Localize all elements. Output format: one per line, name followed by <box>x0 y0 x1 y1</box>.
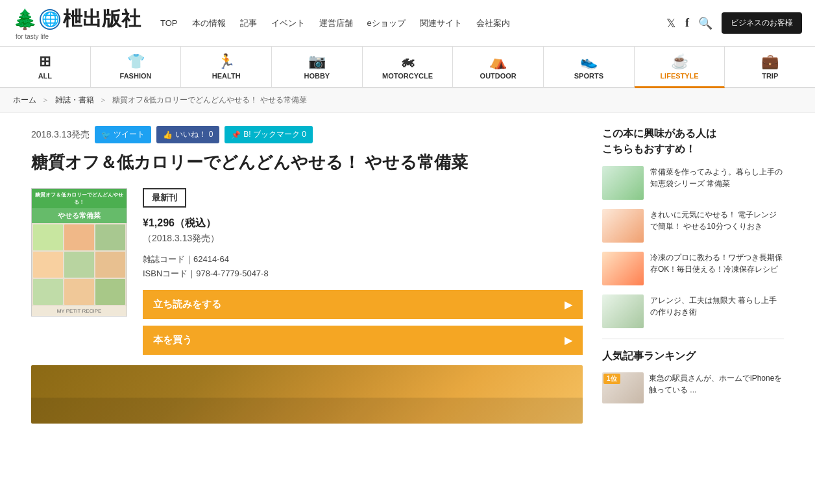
bookmark-label: B! ブックマーク 0 <box>243 129 306 140</box>
rec-item-1[interactable]: 常備菜を作ってみよう。暮らし上手の知恵袋シリーズ 常備菜 <box>602 166 784 200</box>
rec-item-3[interactable]: 冷凍のプロに教わる！ワザつき長期保存OK！毎日使える！冷凍保存レシピ <box>602 252 784 285</box>
outdoor-icon: ⛺ <box>489 53 507 70</box>
ranking-item-1[interactable]: 1位 東急の駅員さんが、ホームでiPhoneを触っている ... <box>602 372 784 403</box>
nav-stores[interactable]: 運営店舗 <box>319 18 353 29</box>
nav-related[interactable]: 関連サイト <box>420 18 462 29</box>
site-header: 🌲 🌐 枻出版社 for tasty life TOP 本の情報 記事 イベント… <box>0 0 815 47</box>
isbn-code: ISBNコード｜978-4-7779-5047-8 <box>143 268 583 280</box>
facebook-icon[interactable]: f <box>685 16 689 30</box>
rec-text-4: アレンジ、工夫は無限大 暮らし上手の作りおき術 <box>650 294 784 318</box>
read-sample-button[interactable]: 立ち読みをする ▶ <box>143 290 583 319</box>
cat-hobby[interactable]: 📷 HOBBY <box>272 47 363 87</box>
trip-icon: 💼 <box>761 53 779 70</box>
magazine-code: 雑誌コード｜62414-64 <box>143 254 583 265</box>
cat-health[interactable]: 🏃 HEALTH <box>181 47 272 87</box>
breadcrumb-magazines[interactable]: 雑誌・書籍 <box>55 95 94 104</box>
nav-events[interactable]: イベント <box>271 18 305 29</box>
rec-text-3: 冷凍のプロに教わる！ワザつき長期保存OK！毎日使える！冷凍保存レシピ <box>650 252 784 275</box>
content-area: 2018.3.13発売 🐦 ツイート 👍 いいね！ 0 📌 B! ブックマーク … <box>31 126 583 424</box>
release-date: 2018.3.13発売 <box>31 129 90 141</box>
buy-btn-arrow: ▶ <box>565 335 572 346</box>
cat-fashion[interactable]: 👕 FASHION <box>91 47 182 87</box>
rec-text-1: 常備菜を作ってみよう。暮らし上手の知恵袋シリーズ 常備菜 <box>650 166 784 189</box>
article-title: 糖質オフ＆低カロリーでどんどんやせる！ やせる常備菜 <box>31 150 583 175</box>
article-meta: 2018.3.13発売 🐦 ツイート 👍 いいね！ 0 📌 B! ブックマーク … <box>31 126 583 143</box>
read-btn-label: 立ち読みをする <box>153 298 221 311</box>
header-right: 𝕏 f 🔍 ビジネスのお客様 <box>666 12 802 34</box>
rec-thumb-3 <box>602 252 644 285</box>
all-icon: ⊞ <box>39 53 51 70</box>
cat-trip[interactable]: 💼 TRIP <box>725 47 815 87</box>
nav-company[interactable]: 会社案内 <box>476 18 510 29</box>
like-button[interactable]: 👍 いいね！ 0 <box>156 126 219 143</box>
like-icon: 👍 <box>163 130 173 139</box>
breadcrumb-sep-2: ＞ <box>99 95 107 104</box>
globe-icon: 🌐 <box>40 9 60 30</box>
breadcrumb: ホーム ＞ 雑誌・書籍 ＞ 糖質オフ&低カロリーでどんどんやせる！ やせる常備菜 <box>0 88 815 113</box>
book-info: 最新刊 ¥1,296（税込） （2018.3.13発売） 雑誌コード｜62414… <box>143 188 583 355</box>
ranking-section: 人気記事ランキング 1位 東急の駅員さんが、ホームでiPhoneを触っている .… <box>602 350 784 403</box>
cat-motorcycle[interactable]: 🏍 MOTORCYCLE <box>363 47 454 87</box>
bookmark-icon: 📌 <box>231 130 241 139</box>
cat-all[interactable]: ⊞ ALL <box>0 47 91 87</box>
book-detail: 糖質オフ＆低カロリーでどんどんやせる！ やせる常備菜 MY PETIT RECI… <box>31 188 583 355</box>
buy-book-button[interactable]: 本を買う ▶ <box>143 326 583 355</box>
business-button[interactable]: ビジネスのお客様 <box>722 12 802 34</box>
new-label: 最新刊 <box>143 188 186 208</box>
nav-top[interactable]: TOP <box>160 18 178 28</box>
rec-item-2[interactable]: きれいに元気にやせる！ 電子レンジで簡単！ やせる10分つくりおき <box>602 209 784 243</box>
breadcrumb-home[interactable]: ホーム <box>13 95 36 104</box>
category-nav: ⊞ ALL 👕 FASHION 🏃 HEALTH 📷 HOBBY 🏍 MOTOR… <box>0 47 815 88</box>
sports-icon: 👟 <box>580 53 598 70</box>
ranking-text-1: 東急の駅員さんが、ホームでiPhoneを触っている ... <box>649 372 784 396</box>
twitter-icon[interactable]: 𝕏 <box>666 16 676 30</box>
fashion-icon: 👕 <box>127 53 145 70</box>
ranking-title: 人気記事ランキング <box>602 350 784 363</box>
hobby-icon: 📷 <box>308 53 326 70</box>
main-nav: TOP 本の情報 記事 イベント 運営店舗 eショップ 関連サイト 会社案内 <box>160 18 666 29</box>
breadcrumb-current: 糖質オフ&低カロリーでどんどんやせる！ やせる常備菜 <box>112 95 306 104</box>
logo-tagline: for tasty life <box>16 33 49 40</box>
book-price: ¥1,296（税込） <box>143 217 583 230</box>
book-release: （2018.3.13発売） <box>143 233 583 245</box>
lifestyle-icon: ☕ <box>671 53 688 70</box>
cat-lifestyle[interactable]: ☕ LIFESTYLE <box>635 47 725 88</box>
cat-sports[interactable]: 👟 SPORTS <box>544 47 635 87</box>
health-icon: 🏃 <box>217 53 235 70</box>
sidebar-divider <box>602 339 784 339</box>
book-cover: 糖質オフ＆低カロリーでどんどんやせる！ やせる常備菜 MY PETIT RECI… <box>31 188 127 317</box>
read-btn-arrow: ▶ <box>565 299 572 311</box>
sidebar: この本に興味がある人はこちらもおすすめ！ 常備菜を作ってみよう。暮らし上手の知恵… <box>602 126 784 424</box>
tweet-button[interactable]: 🐦 ツイート <box>95 126 151 143</box>
rec-thumb-4 <box>602 294 644 328</box>
logo[interactable]: 🌲 🌐 枻出版社 for tasty life <box>13 6 141 40</box>
buy-btn-label: 本を買う <box>153 334 192 346</box>
rank-badge-1: 1位 <box>603 374 620 384</box>
motorcycle-icon: 🏍 <box>400 53 415 70</box>
nav-eshop[interactable]: eショップ <box>367 18 406 29</box>
like-label: いいね！ 0 <box>175 129 213 140</box>
recommendations-section: この本に興味がある人はこちらもおすすめ！ 常備菜を作ってみよう。暮らし上手の知恵… <box>602 126 784 328</box>
rec-thumb-2 <box>602 209 644 243</box>
rec-text-2: きれいに元気にやせる！ 電子レンジで簡単！ やせる10分つくりおき <box>650 209 784 232</box>
cat-outdoor[interactable]: ⛺ OUTDOOR <box>453 47 544 87</box>
bookmark-button[interactable]: 📌 B! ブックマーク 0 <box>225 126 313 143</box>
breadcrumb-sep-1: ＞ <box>42 95 49 104</box>
nav-articles[interactable]: 記事 <box>240 18 257 29</box>
nav-books[interactable]: 本の情報 <box>192 18 226 29</box>
main-container: 2018.3.13発売 🐦 ツイート 👍 いいね！ 0 📌 B! ブックマーク … <box>18 113 797 437</box>
ranking-thumb-1: 1位 <box>602 372 644 403</box>
food-image <box>31 365 583 424</box>
twitter-btn-icon: 🐦 <box>101 130 111 139</box>
tree-icon: 🌲 <box>13 10 37 29</box>
recommendations-title: この本に興味がある人はこちらもおすすめ！ <box>602 126 784 157</box>
rec-item-4[interactable]: アレンジ、工夫は無限大 暮らし上手の作りおき術 <box>602 294 784 328</box>
search-icon[interactable]: 🔍 <box>698 16 712 30</box>
tweet-label: ツイート <box>114 129 145 140</box>
rec-thumb-1 <box>602 166 644 200</box>
logo-text: 枻出版社 <box>63 6 141 32</box>
